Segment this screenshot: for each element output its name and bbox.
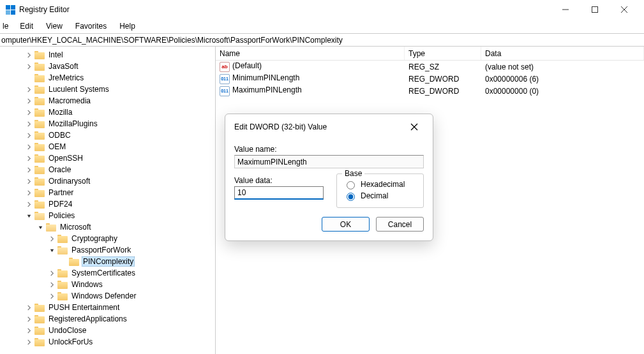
list-row[interactable]: 011MinimumPINLengthREG_DWORD0x00000006 (… xyxy=(216,73,644,85)
address-bar[interactable]: omputer\HKEY_LOCAL_MACHINE\SOFTWARE\Poli… xyxy=(0,33,644,47)
tree-label: UnlockForUs xyxy=(47,337,94,346)
list-row[interactable]: ab(Default)REG_SZ(value not set) xyxy=(216,61,644,73)
tree-node[interactable]: UnlockForUs xyxy=(0,336,215,348)
tree-node[interactable]: OpenSSH xyxy=(0,152,215,164)
tree-label: PINComplexity xyxy=(82,256,135,267)
tree-node[interactable]: RegisteredApplications xyxy=(0,313,215,325)
chevron-right-icon[interactable] xyxy=(24,337,33,346)
tree-label: Ordinarysoft xyxy=(47,177,91,186)
folder-icon xyxy=(34,327,45,335)
chevron-right-icon[interactable] xyxy=(24,165,33,174)
folder-icon xyxy=(34,212,45,220)
col-type[interactable]: Type xyxy=(405,47,481,60)
tree-node[interactable]: Policies xyxy=(0,210,215,221)
chevron-right-icon[interactable] xyxy=(47,280,56,289)
tree-node[interactable]: JavaSoft xyxy=(0,61,215,72)
base-legend: Base xyxy=(342,169,364,178)
tree-node[interactable]: Cryptography xyxy=(0,233,215,244)
tree-label: PDF24 xyxy=(47,200,73,209)
chevron-down-icon[interactable] xyxy=(36,223,45,232)
maximize-button[interactable] xyxy=(580,0,610,19)
chevron-right-icon[interactable] xyxy=(24,154,33,163)
tree-node[interactable]: PDF24 xyxy=(0,198,215,210)
chevron-down-icon[interactable] xyxy=(47,246,56,254)
tree-node[interactable]: Intel xyxy=(0,49,215,61)
cancel-button[interactable]: Cancel xyxy=(376,217,424,232)
radio-hex[interactable]: Hexadecimal xyxy=(343,179,417,189)
tree-label: JavaSoft xyxy=(47,62,80,71)
folder-icon xyxy=(34,131,45,140)
tree-node[interactable]: UndoClose xyxy=(0,325,215,336)
tree-node[interactable]: Macromedia xyxy=(0,95,215,107)
close-button[interactable] xyxy=(610,0,639,19)
chevron-right-icon[interactable] xyxy=(24,142,33,151)
folder-icon xyxy=(57,246,68,254)
folder-icon xyxy=(57,235,68,243)
tree-label: SystemCertificates xyxy=(70,269,137,277)
chevron-right-icon[interactable] xyxy=(24,314,33,323)
tree-node[interactable]: Ordinarysoft xyxy=(0,175,215,187)
tree-node[interactable]: MozillaPlugins xyxy=(0,118,215,129)
chevron-right-icon[interactable] xyxy=(24,62,33,71)
chevron-down-icon[interactable] xyxy=(24,211,33,220)
tree-node[interactable]: PassportForWork xyxy=(0,244,215,256)
tree-pane[interactable]: IntelJavaSoftJreMetricsLuculent SystemsM… xyxy=(0,47,216,354)
chevron-right-icon[interactable] xyxy=(47,269,56,277)
tree-node[interactable]: Microsoft xyxy=(0,221,215,233)
tree-node[interactable]: Oracle xyxy=(0,164,215,175)
folder-icon xyxy=(34,189,45,197)
list-row[interactable]: 011MaximumPINLengthREG_DWORD0x00000000 (… xyxy=(216,85,644,97)
chevron-right-icon[interactable] xyxy=(24,131,33,140)
menu-view[interactable]: View xyxy=(40,20,69,32)
ok-button[interactable]: OK xyxy=(322,217,370,232)
tree-node[interactable]: Windows xyxy=(0,279,215,290)
chevron-right-icon[interactable] xyxy=(24,200,33,209)
chevron-right-icon[interactable] xyxy=(24,85,33,94)
value-type: REG_DWORD xyxy=(405,87,481,96)
chevron-right-icon[interactable] xyxy=(24,119,33,128)
menu-edit[interactable]: Edit xyxy=(13,20,40,32)
menu-file[interactable]: le xyxy=(3,20,13,32)
valuedata-input[interactable] xyxy=(234,186,324,200)
folder-icon xyxy=(69,258,79,266)
folder-icon xyxy=(57,292,68,300)
chevron-right-icon[interactable] xyxy=(24,108,33,117)
tree-node[interactable]: ODBC xyxy=(0,129,215,141)
tree-label: ODBC xyxy=(47,131,72,140)
valuename-input[interactable] xyxy=(234,155,424,168)
tree-node[interactable]: PINComplexity xyxy=(0,256,215,267)
tree-node[interactable]: Luculent Systems xyxy=(0,84,215,95)
chevron-right-icon[interactable] xyxy=(24,177,33,186)
tree-node[interactable]: PUSH Entertainment xyxy=(0,302,215,313)
chevron-right-icon[interactable] xyxy=(47,234,56,243)
col-data[interactable]: Data xyxy=(481,47,644,60)
folder-icon xyxy=(34,315,45,323)
value-type: REG_DWORD xyxy=(405,75,481,84)
tree-label: Oracle xyxy=(47,165,72,174)
minimize-button[interactable] xyxy=(551,0,580,19)
chevron-right-icon[interactable] xyxy=(24,96,33,105)
menu-bar: le Edit View Favorites Help xyxy=(0,19,644,33)
base-fieldset: Base Hexadecimal Decimal xyxy=(336,173,424,208)
col-name[interactable]: Name xyxy=(216,47,405,60)
tree-node[interactable]: JreMetrics xyxy=(0,72,215,84)
chevron-right-icon[interactable] xyxy=(47,291,56,300)
menu-favorites[interactable]: Favorites xyxy=(69,20,113,32)
window-title: Registry Editor xyxy=(19,5,70,14)
tree-node[interactable]: Mozilla xyxy=(0,107,215,118)
chevron-right-icon[interactable] xyxy=(24,326,33,335)
chevron-right-icon[interactable] xyxy=(24,188,33,197)
folder-icon xyxy=(34,51,45,59)
tree-label: Windows Defender xyxy=(70,291,137,300)
tree-node[interactable]: SystemCertificates xyxy=(0,267,215,279)
tree-node[interactable]: Windows Defender xyxy=(0,290,215,302)
folder-icon xyxy=(46,223,56,232)
chevron-right-icon[interactable] xyxy=(24,303,33,312)
chevron-right-icon[interactable] xyxy=(24,50,33,59)
radio-decimal[interactable]: Decimal xyxy=(343,191,417,201)
dword-value-icon: 011 xyxy=(220,74,230,84)
tree-node[interactable]: OEM xyxy=(0,141,215,152)
tree-node[interactable]: Partner xyxy=(0,187,215,198)
menu-help[interactable]: Help xyxy=(113,20,142,32)
dialog-close-button[interactable] xyxy=(405,117,424,136)
